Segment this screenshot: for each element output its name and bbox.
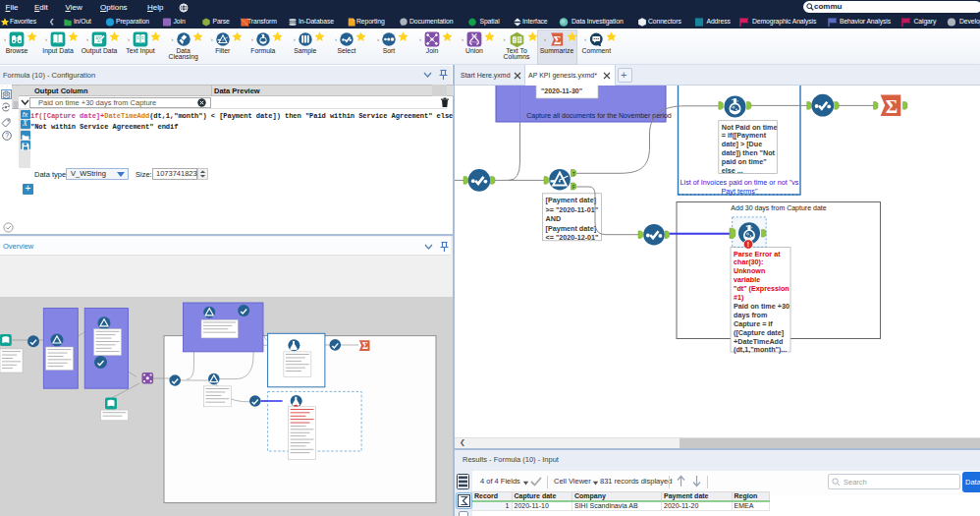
svg-text:Σ: Σ bbox=[362, 341, 368, 351]
svg-text:>= "2020-11-01": >= "2020-11-01" bbox=[546, 205, 599, 214]
svg-text:F: F bbox=[572, 185, 575, 190]
svg-text:<= "2020-12-01": <= "2020-12-01" bbox=[546, 233, 599, 242]
svg-text:Capture all documents for the: Capture all documents for the November p… bbox=[526, 112, 672, 120]
svg-text:([Capture date]: ([Capture date] bbox=[734, 328, 784, 337]
svg-text:Unknown: Unknown bbox=[734, 266, 765, 275]
svg-text:!: ! bbox=[747, 241, 749, 248]
svg-text:Parse Error at: Parse Error at bbox=[734, 250, 781, 258]
svg-text:(dt,1,"month")...: (dt,1,"month")... bbox=[734, 345, 787, 354]
svg-text:paid on time": paid on time" bbox=[722, 157, 767, 166]
svg-text:+DateTimeAdd: +DateTimeAdd bbox=[734, 337, 783, 346]
svg-text:Not Paid on time: Not Paid on time bbox=[722, 123, 778, 132]
svg-text:"2020-11-30": "2020-11-30" bbox=[541, 87, 582, 94]
svg-text:List of Invoices paid on time: List of Invoices paid on time or not "vs bbox=[681, 178, 799, 187]
svg-text:Add 30 days from Capture date: Add 30 days from Capture date bbox=[731, 204, 826, 212]
svg-text:date] > [Due: date] > [Due bbox=[722, 140, 762, 148]
svg-text:date]) then "Not: date]) then "Not bbox=[722, 148, 776, 157]
svg-text:Paid on time +30: Paid on time +30 bbox=[734, 302, 789, 311]
svg-text:?: ? bbox=[5, 132, 9, 139]
svg-text:AND: AND bbox=[546, 214, 562, 223]
svg-text:else ...: else ... bbox=[722, 166, 743, 175]
svg-text:"dt" (Expression: "dt" (Expression bbox=[734, 284, 789, 293]
svg-text:Σ: Σ bbox=[886, 96, 898, 117]
svg-text:Σ: Σ bbox=[554, 34, 562, 47]
svg-text:Payt terms": Payt terms" bbox=[722, 187, 758, 196]
svg-text:char(30):: char(30): bbox=[734, 258, 763, 266]
svg-text:Capture = if: Capture = if bbox=[734, 319, 773, 328]
svg-text:T: T bbox=[572, 172, 575, 177]
svg-text:variable: variable bbox=[734, 275, 760, 284]
svg-text:days from: days from bbox=[734, 311, 767, 319]
svg-text:= if([Payment: = if([Payment bbox=[722, 131, 767, 140]
svg-text:[Payment date]: [Payment date] bbox=[546, 196, 597, 204]
svg-text:#1): #1) bbox=[734, 293, 744, 302]
svg-text:[Payment date]: [Payment date] bbox=[546, 224, 597, 233]
